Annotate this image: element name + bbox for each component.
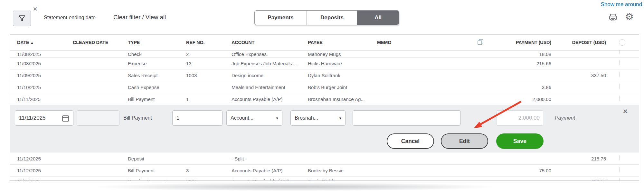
cell-ref-no: 3: [186, 168, 226, 173]
ref-no-input[interactable]: [172, 110, 223, 126]
header-ref-no[interactable]: REF NO.: [186, 40, 226, 45]
cell-type: Deposit: [128, 156, 181, 161]
header-account[interactable]: ACCOUNT: [232, 40, 306, 45]
cell-type: Receive Payment: [128, 179, 181, 181]
toggle-deposits[interactable]: Deposits: [307, 11, 357, 25]
cell-type: Sales Receipt: [128, 73, 181, 78]
cell-account: Design income: [232, 73, 306, 78]
date-input-value: 11/11/2025: [19, 115, 46, 121]
header-radio[interactable]: [619, 39, 625, 46]
cancel-button[interactable]: Cancel: [387, 133, 434, 149]
table-row[interactable]: 11/12/2025 Bill Payment 3 Accounts Payab…: [10, 164, 639, 176]
row-radio[interactable]: [619, 71, 620, 77]
cleared-date-input[interactable]: [77, 110, 119, 126]
copy-icon[interactable]: [477, 39, 488, 47]
clear-filter-view-all-link[interactable]: Clear filter / View all: [113, 14, 166, 21]
payments-deposits-all-toggle: Payments Deposits All: [254, 10, 399, 25]
filter-button[interactable]: [13, 11, 31, 26]
payee-dropdown[interactable]: Brosnah... ▾: [290, 110, 346, 126]
cell-ref-no: 1003: [186, 73, 226, 78]
amount-input[interactable]: [496, 110, 544, 126]
table-row[interactable]: 11/11/2025 Bill Payment 1 Accounts Payab…: [10, 93, 639, 105]
row-radio[interactable]: [619, 167, 620, 173]
cell-type: Cash Expense: [128, 85, 181, 90]
table-row[interactable]: 11/08/2025 Check 2 Office Expenses Mahon…: [10, 50, 639, 57]
date-input[interactable]: 11/11/2025: [15, 110, 73, 126]
cell-payee: Mahoney Mugs: [308, 52, 375, 57]
cell-payee: Travis Waldron: [308, 179, 375, 181]
chevron-down-icon: ▾: [276, 116, 278, 121]
cell-payee: Hicks Hardware: [308, 61, 375, 66]
close-icon[interactable]: ✕: [33, 6, 37, 12]
header-payment-usd[interactable]: PAYMENT (USD): [490, 40, 551, 45]
cell-payment: 18.08: [490, 52, 551, 57]
row-radio[interactable]: [619, 59, 620, 66]
bottom-shadow: [97, 183, 493, 191]
header-type[interactable]: TYPE: [128, 40, 181, 45]
edit-button[interactable]: Edit: [441, 133, 488, 149]
reconcile-transactions-screen: ✕ Statement ending date Clear filter / V…: [0, 0, 644, 191]
cell-account: Office Expenses: [232, 52, 306, 57]
cell-date: 11/12/2025: [17, 168, 65, 173]
cell-deposit: 337.50: [554, 73, 606, 78]
cell-payee: Dylan Sollfrank: [308, 73, 375, 78]
transactions-table: DATE▲ CLEARED DATE TYPE REF NO. ACCOUNT …: [10, 34, 639, 181]
amount-type-label: Payment: [555, 110, 575, 126]
table-row[interactable]: 11/13/2025 Receive Payment 2064 Accounts…: [10, 176, 639, 181]
statement-ending-date-label: Statement ending date: [44, 15, 96, 21]
header-payee[interactable]: PAYEE: [308, 40, 375, 45]
cell-account: Meals and Entertainment: [232, 85, 306, 90]
account-dropdown-value: Account...: [231, 115, 253, 121]
cell-payment: 215.66: [490, 61, 551, 66]
header-date[interactable]: DATE▲: [17, 40, 65, 45]
cell-date: 11/08/2025: [17, 52, 65, 57]
cell-payee: Bob's Burger Joint: [308, 85, 375, 90]
show-me-around-link[interactable]: Show me around: [601, 1, 642, 8]
cell-account: Accounts Payable (A/P): [232, 168, 306, 173]
table-row[interactable]: 11/08/2025 Expense 13 Job Expenses:Job M…: [10, 57, 639, 69]
transaction-edit-panel: 11/11/2025 Bill Payment Account... ▾ Bro…: [10, 105, 639, 152]
cell-ref-no: 2064: [186, 179, 226, 181]
header-cleared-date[interactable]: CLEARED DATE: [73, 40, 121, 45]
toggle-payments[interactable]: Payments: [255, 11, 307, 25]
cell-payment: 2,000.00: [490, 97, 551, 102]
edit-type-label: Bill Payment: [123, 110, 152, 126]
memo-input[interactable]: [353, 110, 461, 126]
row-radio[interactable]: [619, 95, 620, 101]
cell-payment: 3.86: [490, 85, 551, 90]
toggle-all-selected[interactable]: All: [357, 11, 399, 25]
cell-date: 11/11/2025: [17, 97, 65, 102]
funnel-icon: [18, 15, 25, 22]
cell-type: Expense: [128, 61, 181, 66]
cell-date: 11/08/2025: [17, 61, 65, 66]
save-button[interactable]: Save: [496, 133, 544, 149]
cell-account: Accounts Payable (A/P): [232, 97, 306, 102]
account-dropdown[interactable]: Account... ▾: [226, 110, 282, 126]
chevron-down-icon: ▾: [339, 116, 341, 121]
cell-account: Job Expenses:Job Materials:...: [232, 61, 306, 66]
table-row[interactable]: 11/12/2025 Deposit - Split - 218.75: [10, 152, 639, 164]
row-radio[interactable]: [619, 50, 620, 54]
calendar-icon[interactable]: [62, 114, 69, 122]
header-deposit-usd[interactable]: DEPOSIT (USD): [554, 40, 606, 45]
cell-type: Bill Payment: [128, 97, 181, 102]
row-radio[interactable]: [619, 83, 620, 89]
table-header-row: DATE▲ CLEARED DATE TYPE REF NO. ACCOUNT …: [10, 35, 639, 50]
close-icon[interactable]: ✕: [623, 108, 628, 115]
gear-icon[interactable]: ⚙: [625, 12, 634, 22]
printer-icon[interactable]: [609, 13, 618, 23]
table-row[interactable]: 11/09/2025 Sales Receipt 1003 Design inc…: [10, 69, 639, 81]
cell-date: 11/10/2025: [17, 85, 65, 90]
cell-ref-no: 13: [186, 61, 226, 66]
table-row[interactable]: 11/10/2025 Cash Expense Meals and Entert…: [10, 81, 639, 93]
cell-account: - Split -: [232, 156, 306, 161]
payee-dropdown-value: Brosnah...: [295, 115, 318, 121]
row-radio[interactable]: [619, 177, 620, 181]
header-memo[interactable]: MEMO: [377, 40, 461, 45]
cell-date: 11/09/2025: [17, 73, 65, 78]
cell-payee: Books by Bessie: [308, 168, 375, 173]
cell-type: Bill Payment: [128, 168, 181, 173]
cell-payment: 75.00: [490, 168, 551, 173]
row-radio[interactable]: [619, 155, 620, 161]
cell-date: 11/12/2025: [17, 156, 65, 161]
